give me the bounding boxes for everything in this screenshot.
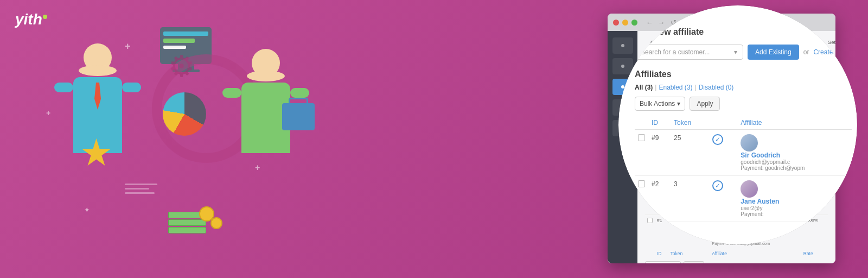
traffic-dot-yellow[interactable] — [622, 20, 628, 26]
magnify-avatar-1 — [741, 134, 758, 151]
money-stack-decoration — [168, 212, 206, 235]
person-left-arm-left — [54, 83, 73, 92]
person-right-arm-right — [290, 88, 309, 98]
magnify-status-2: ✓ — [712, 180, 723, 191]
person-left-body — [73, 77, 122, 153]
magnify-filter-all[interactable]: All (3) — [635, 84, 653, 91]
magnify-table-row: #9 25 ✓ Sir Goodrich goodrich@yopmail.c … — [635, 130, 852, 176]
magnify-col-id: ID — [648, 116, 671, 130]
person-right-arm-left — [222, 88, 241, 98]
row-checkbox-3[interactable] — [647, 218, 653, 223]
sidebar-item-2[interactable] — [612, 58, 633, 74]
monitor-bar-1 — [163, 31, 208, 36]
magnify-col-status — [709, 116, 737, 130]
magnify-or-separator: or — [803, 48, 809, 56]
monitor-bar-2 — [163, 39, 195, 43]
footer-token: Token — [668, 249, 691, 259]
forward-button[interactable]: → — [657, 18, 666, 27]
back-button[interactable]: ← — [645, 18, 654, 27]
sidebar-dot-active — [621, 85, 624, 89]
magnify-filter-disabled[interactable]: Disabled (0) — [699, 84, 734, 91]
magnify-apply-button[interactable]: Apply — [690, 97, 720, 111]
sparkle-3: + — [46, 109, 50, 117]
footer-affiliate: Affiliate — [710, 249, 801, 259]
bulk-actions-row-bottom: Bulk Actions ▾ Apply — [645, 261, 828, 263]
magnify-filter-links: All (3) | Enabled (3) | Disabled (0) — [635, 84, 852, 91]
sidebar-item-1[interactable] — [612, 37, 633, 54]
magnify-status-1: ✓ — [712, 134, 723, 145]
magnify-col-checkbox — [635, 116, 648, 130]
apply-button-bottom[interactable]: Apply — [684, 261, 704, 263]
magnify-bulk-chevron-icon: ▾ — [677, 100, 680, 108]
magnify-bulk-label: Bulk Actions — [640, 100, 675, 108]
magnify-affiliate-1: Sir Goodrich goodrich@yopmail.c Payment:… — [737, 130, 852, 176]
sidebar-dot-2 — [621, 65, 624, 68]
magnify-avatar-2 — [741, 180, 758, 198]
magnify-section-title: Affiliates — [635, 70, 852, 79]
magnify-id-1: #9 — [648, 130, 671, 176]
magnify-inner: Add new affiliate Search for a customer.… — [635, 27, 852, 222]
pie-chart-decoration — [163, 92, 206, 136]
bulk-actions-dropdown-bottom[interactable]: Bulk Actions ▾ — [645, 261, 681, 263]
person-left-tie — [94, 83, 101, 110]
coin-2 — [210, 217, 222, 229]
briefcase-decoration — [282, 103, 315, 130]
wave-line-3 — [125, 192, 155, 194]
magnify-dropdown-chevron-icon: ▾ — [734, 48, 737, 56]
table-footer-row: ID Token Affiliate Rate — [645, 249, 828, 259]
magnify-checkbox-2[interactable] — [638, 180, 645, 187]
person-right — [222, 49, 309, 212]
magnify-circle: Add new affiliate Search for a customer.… — [618, 5, 857, 244]
magnify-table: ID Token Affiliate #9 25 ✓ Sir Goodrich … — [635, 116, 852, 222]
person-left-head — [84, 43, 112, 72]
magnify-filter-enabled[interactable]: Enabled (3) — [659, 84, 692, 91]
magnify-header-row: ID Token Affiliate — [635, 116, 852, 130]
money-bill-2 — [168, 219, 206, 226]
magnify-add-existing-button[interactable]: Add Existing — [748, 45, 799, 60]
magnify-search-box[interactable]: Search for a customer... ▾ — [635, 45, 743, 60]
person-left-arm-right — [122, 83, 141, 92]
magnify-search-placeholder: Search for a customer... — [641, 48, 710, 56]
magnify-col-affiliate: Affiliate — [737, 116, 852, 130]
magnify-checkbox-1[interactable] — [638, 134, 645, 141]
magnify-token-2: 3 — [671, 176, 709, 222]
sidebar-dot-1 — [621, 44, 624, 47]
magnify-col-token: Token — [671, 116, 709, 130]
illustration-area: + + + + ✦ ✦ ⚙ — [0, 0, 418, 278]
magnify-token-1: 25 — [671, 130, 709, 176]
wave-line-2 — [125, 188, 149, 189]
magnify-search-row: Search for a customer... ▾ Add Existing … — [635, 45, 852, 60]
traffic-dot-green[interactable] — [631, 20, 637, 26]
money-bill-3 — [168, 227, 206, 233]
wave-lines-decoration — [125, 184, 157, 197]
footer-id: ID — [655, 249, 668, 259]
footer-rate: Rate — [801, 249, 828, 259]
person-right-head — [252, 49, 280, 77]
magnify-bulk-row: Bulk Actions ▾ Apply — [635, 97, 852, 111]
traffic-dot-red[interactable] — [613, 20, 619, 26]
magnify-bulk-dropdown[interactable]: Bulk Actions ▾ — [635, 97, 685, 111]
wave-line-1 — [125, 184, 157, 185]
